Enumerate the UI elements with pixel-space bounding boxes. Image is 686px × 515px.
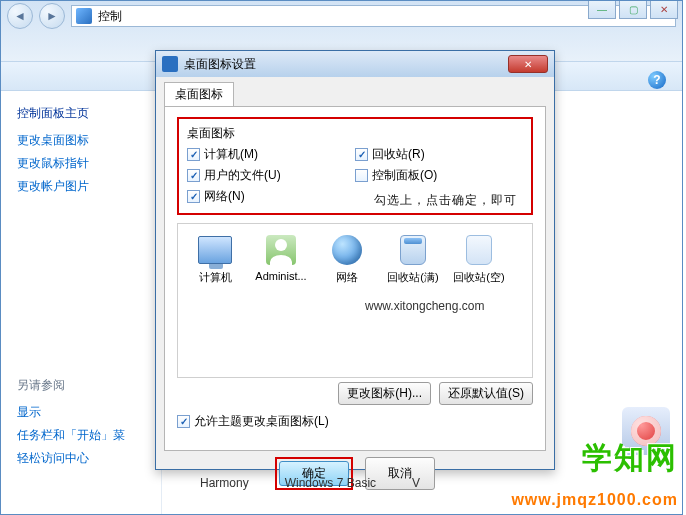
address-text: 控制 (98, 8, 122, 25)
dialog-close-button[interactable]: ✕ (508, 55, 548, 73)
nav-forward-button[interactable]: ► (39, 3, 65, 29)
window-controls: — ▢ ✕ (588, 1, 678, 19)
checkbox-user-files[interactable]: ✓ 用户的文件(U) (187, 167, 355, 184)
preview-label: 回收站(满) (387, 270, 438, 285)
sidebar-link-change-account-picture[interactable]: 更改帐户图片 (17, 178, 161, 195)
checkbox-label: 用户的文件(U) (204, 167, 281, 184)
restore-default-button[interactable]: 还原默认值(S) (439, 382, 533, 405)
minimize-button[interactable]: — (588, 1, 616, 19)
dialog-body: 桌面图标 桌面图标 ✓ 计算机(M) ✓ 用户的文件(U) (156, 77, 554, 469)
preview-label: 网络 (336, 270, 358, 285)
address-icon (76, 8, 92, 24)
dialog-title-icon (162, 56, 178, 72)
checkbox-label: 网络(N) (204, 188, 245, 205)
dialog-titlebar[interactable]: 桌面图标设置 ✕ (156, 51, 554, 77)
preview-icon-recycle-empty[interactable]: 回收站(空) (446, 232, 512, 285)
globe-icon (332, 235, 362, 265)
address-bar[interactable]: 控制 (71, 5, 676, 27)
check-icon: ✓ (187, 169, 200, 182)
recycle-bin-empty-icon (466, 235, 492, 265)
user-folder-icon (266, 235, 296, 265)
preview-label: Administ... (255, 270, 306, 282)
desktop-icon-settings-dialog: 桌面图标设置 ✕ 桌面图标 桌面图标 ✓ 计算机(M) ✓ 用户的文件(U) (155, 50, 555, 470)
uncheck-icon (355, 169, 368, 182)
change-icon-button[interactable]: 更改图标(H)... (338, 382, 431, 405)
checkbox-recycle-bin[interactable]: ✓ 回收站(R) (355, 146, 523, 163)
theme-name[interactable]: Harmony (200, 476, 249, 490)
maximize-button[interactable]: ▢ (619, 1, 647, 19)
checkbox-allow-theme[interactable]: ✓ 允许主题更改桌面图标(L) (177, 413, 533, 430)
sidebar-link-display[interactable]: 显示 (17, 404, 161, 421)
sidebar-see-also-heading: 另请参阅 (17, 377, 161, 394)
preview-icon-admin[interactable]: Administ... (248, 232, 314, 285)
preview-label: 回收站(空) (453, 270, 504, 285)
nav-back-button[interactable]: ◄ (7, 3, 33, 29)
help-icon[interactable]: ? (648, 71, 666, 89)
preview-icon-recycle-full[interactable]: 回收站(满) (380, 232, 446, 285)
close-button[interactable]: ✕ (650, 1, 678, 19)
check-icon: ✓ (177, 415, 190, 428)
sidebar-heading[interactable]: 控制面板主页 (17, 105, 161, 122)
recycle-bin-full-icon (400, 235, 426, 265)
checkbox-computer[interactable]: ✓ 计算机(M) (187, 146, 355, 163)
group-legend: 桌面图标 (187, 125, 523, 142)
checkbox-label: 控制面板(O) (372, 167, 437, 184)
checkbox-network[interactable]: ✓ 网络(N) (187, 188, 355, 205)
sidebar-link-change-mouse-pointer[interactable]: 更改鼠标指针 (17, 155, 161, 172)
sidebar-link-change-desktop-icons[interactable]: 更改桌面图标 (17, 132, 161, 149)
theme-name[interactable]: Windows 7 Basic (285, 476, 376, 490)
theme-name[interactable]: V (412, 476, 420, 490)
sidebar-link-taskbar-start[interactable]: 任务栏和「开始」菜 (17, 427, 161, 444)
checkbox-control-panel[interactable]: 控制面板(O) (355, 167, 523, 184)
check-icon: ✓ (187, 190, 200, 203)
checkbox-label: 回收站(R) (372, 146, 425, 163)
preview-icon-computer[interactable]: 计算机 (182, 232, 248, 285)
preview-icon-network[interactable]: 网络 (314, 232, 380, 285)
sidebar: 控制面板主页 更改桌面图标 更改鼠标指针 更改帐户图片 另请参阅 显示 任务栏和… (1, 91, 161, 514)
annotation-note: 勾选上，点击确定，即可 (374, 192, 517, 209)
sidebar-link-ease-of-access[interactable]: 轻松访问中心 (17, 450, 161, 467)
tab-page: 桌面图标 ✓ 计算机(M) ✓ 用户的文件(U) ✓ 网络(N (164, 106, 546, 451)
dialog-title: 桌面图标设置 (184, 56, 502, 73)
checkbox-label: 计算机(M) (204, 146, 258, 163)
monitor-icon (198, 236, 232, 264)
watermark-logo: 学知网 (582, 438, 678, 479)
watermark-inline-url: www.xitongcheng.com (365, 299, 484, 313)
check-icon: ✓ (355, 148, 368, 161)
desktop-icons-group: 桌面图标 ✓ 计算机(M) ✓ 用户的文件(U) ✓ 网络(N (177, 117, 533, 215)
checkbox-label: 允许主题更改桌面图标(L) (194, 413, 329, 430)
tab-desktop-icons[interactable]: 桌面图标 (164, 82, 234, 107)
preview-label: 计算机 (199, 270, 232, 285)
watermark-url: www.jmqz1000.com (511, 491, 678, 509)
check-icon: ✓ (187, 148, 200, 161)
theme-name-row: Harmony Windows 7 Basic V (200, 476, 420, 490)
explorer-toolbar-top: ◄ ► 控制 (1, 1, 682, 31)
